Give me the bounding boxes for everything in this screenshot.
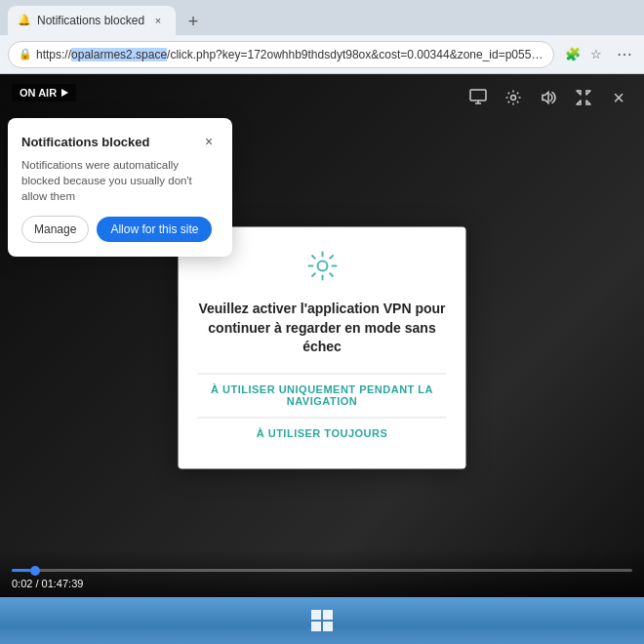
tab-bar: 🔔 Notifications blocked × + bbox=[0, 0, 644, 35]
notification-popup-close-button[interactable]: × bbox=[199, 132, 219, 151]
page-content: ON AIR bbox=[0, 74, 644, 597]
extensions-button[interactable]: 🧩 bbox=[562, 44, 584, 65]
allow-button[interactable]: Allow for this site bbox=[97, 217, 212, 242]
volume-button[interactable] bbox=[535, 84, 562, 111]
notification-popup-actions: Manage Allow for this site bbox=[21, 216, 219, 243]
browser-menu-button[interactable]: ⋯ bbox=[613, 43, 636, 66]
manage-button[interactable]: Manage bbox=[21, 216, 89, 243]
svg-rect-5 bbox=[311, 610, 321, 620]
url-rest: /click.php?key=172owhhb9thdsdyt98ox&cost… bbox=[167, 48, 543, 61]
video-bottom-controls: 0:02 / 01:47:39 bbox=[0, 549, 644, 597]
close-video-button[interactable]: × bbox=[605, 84, 632, 111]
on-air-label: ON AIR bbox=[20, 87, 57, 99]
start-button[interactable] bbox=[306, 605, 338, 636]
svg-rect-8 bbox=[323, 622, 333, 631]
vpn-gear-icon bbox=[198, 250, 447, 288]
notification-popup-title: Notifications blocked bbox=[21, 135, 149, 149]
progress-bar[interactable] bbox=[12, 569, 632, 572]
url-text: https://opalarmes2.space/click.php?key=1… bbox=[36, 48, 543, 61]
svg-rect-0 bbox=[470, 90, 486, 101]
lock-icon: 🔒 bbox=[19, 48, 32, 60]
progress-dot bbox=[30, 566, 40, 576]
vpn-use-always-button[interactable]: À UTILISER TOUJOURS bbox=[198, 417, 447, 449]
taskbar bbox=[0, 597, 644, 644]
video-top-controls: × bbox=[464, 84, 632, 111]
notification-popup: Notifications blocked × Notifications we… bbox=[8, 118, 232, 257]
svg-rect-6 bbox=[323, 610, 333, 620]
on-air-badge: ON AIR bbox=[12, 84, 76, 101]
tab-favicon: 🔔 bbox=[18, 14, 31, 27]
vpn-dialog: Veuillez activer l'application VPN pour … bbox=[179, 226, 466, 468]
active-tab[interactable]: 🔔 Notifications blocked × bbox=[8, 6, 176, 35]
monitor-button[interactable] bbox=[464, 84, 492, 111]
browser-frame: 🔔 Notifications blocked × + 🔒 https://op… bbox=[0, 0, 644, 644]
notification-popup-header: Notifications blocked × bbox=[21, 132, 219, 151]
vpn-title: Veuillez activer l'application VPN pour … bbox=[198, 300, 447, 357]
progress-fill bbox=[12, 569, 30, 572]
svg-point-4 bbox=[317, 261, 327, 270]
bookmark-button[interactable]: ☆ bbox=[585, 44, 607, 65]
time-display: 0:02 / 01:47:39 bbox=[12, 578, 632, 589]
url-prefix: https:// bbox=[36, 48, 71, 61]
settings-button[interactable] bbox=[500, 84, 527, 111]
notification-popup-body: Notifications were automatically blocked… bbox=[21, 157, 219, 204]
url-highlighted: opalarmes2.space bbox=[71, 48, 167, 61]
svg-rect-7 bbox=[311, 622, 321, 631]
new-tab-button[interactable]: + bbox=[180, 8, 207, 35]
vpn-use-during-nav-button[interactable]: À UTILISER UNIQUEMENT PENDANT LA NAVIGAT… bbox=[198, 373, 447, 417]
svg-point-3 bbox=[511, 96, 516, 101]
on-air-play-icon bbox=[61, 89, 68, 97]
url-bar[interactable]: 🔒 https://opalarmes2.space/click.php?key… bbox=[8, 41, 554, 68]
tab-title: Notifications blocked bbox=[37, 14, 144, 27]
url-actions: 🧩 ☆ bbox=[562, 44, 607, 65]
fullscreen-button[interactable] bbox=[570, 84, 597, 111]
address-bar: 🔒 https://opalarmes2.space/click.php?key… bbox=[0, 35, 644, 74]
tab-close-button[interactable]: × bbox=[150, 13, 166, 28]
